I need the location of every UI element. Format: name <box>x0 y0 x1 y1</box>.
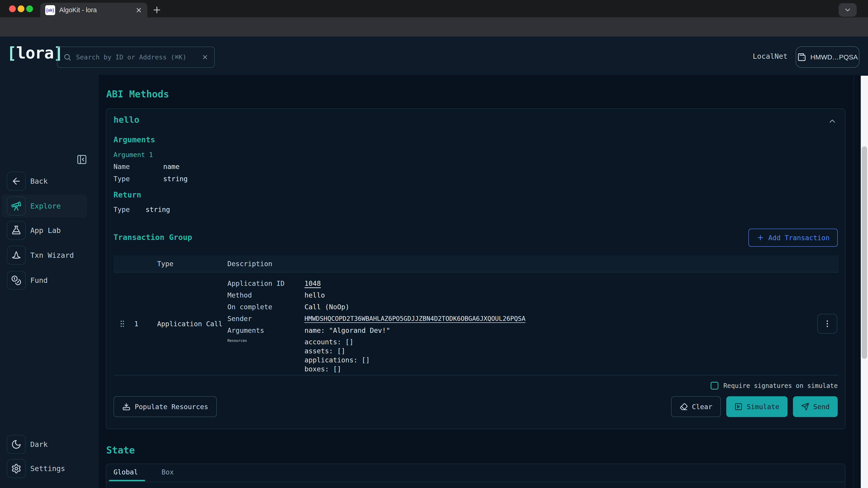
sidebar-item-explore[interactable]: Explore <box>0 197 99 216</box>
sidebar-item-settings[interactable]: Settings <box>0 459 99 478</box>
argument-key: name: <box>305 326 325 334</box>
search-clear-icon[interactable] <box>202 54 209 61</box>
tab-title: AlgoKit - lora <box>59 6 135 14</box>
arguments-row: Arguments name: "Algorand Dev!" <box>227 324 781 336</box>
column-description: Description <box>227 260 272 268</box>
table-header: Type Description <box>114 255 839 272</box>
search-input[interactable] <box>76 53 197 61</box>
tab-favicon: [ak] <box>45 5 55 15</box>
detail-label: Method <box>227 291 305 299</box>
require-signatures-checkbox[interactable] <box>711 382 718 390</box>
close-window-button[interactable] <box>9 5 16 12</box>
abi-method-card: hello Arguments Argument 1 Name name Typ… <box>106 108 845 429</box>
browser-tabstrip: [ak] AlgoKit - lora <box>0 0 868 18</box>
plus-icon <box>756 234 764 241</box>
sidebar-item-txn-wizard[interactable]: Txn Wizard <box>0 246 99 265</box>
table-row: 1 Application Call Application ID 1048 M… <box>114 272 839 376</box>
state-heading: State <box>106 445 135 456</box>
argument-name-row: Name name <box>114 163 180 170</box>
tab-global[interactable]: Global <box>114 468 138 476</box>
chevron-up-icon[interactable] <box>828 117 837 126</box>
moon-icon <box>7 435 26 454</box>
sidebar-item-label: Back <box>30 177 48 186</box>
row-value: string <box>163 175 188 183</box>
resource-assets: assets: [] <box>305 347 370 356</box>
detail-value: Call (NoOp) <box>305 303 349 311</box>
tabs-divider <box>106 482 845 482</box>
sidebar-collapse-icon[interactable] <box>76 154 87 165</box>
browser-toolbar: lora.algokit.io/localnet/application/104… <box>0 18 868 37</box>
method-row: Method hello <box>227 289 781 301</box>
global-search[interactable] <box>57 46 215 68</box>
app-id-link[interactable]: 1048 <box>305 280 321 287</box>
arguments-heading: Arguments <box>114 135 155 144</box>
require-signatures-label: Require signatures on simulate <box>723 382 838 390</box>
column-type: Type <box>157 260 174 268</box>
add-transaction-label: Add Transaction <box>768 234 830 242</box>
detail-label: Application ID <box>227 280 305 287</box>
app-id-row: Application ID 1048 <box>227 278 781 289</box>
populate-resources-label: Populate Resources <box>135 403 208 411</box>
row-transaction-type: Application Call <box>157 320 222 328</box>
gear-icon <box>7 459 26 478</box>
row-value: name <box>163 163 180 170</box>
flask-icon <box>7 221 26 240</box>
row-description: Application ID 1048 Method hello On comp… <box>227 278 781 374</box>
logo-bracket-left: [ <box>7 43 16 62</box>
argument-type-row: Type string <box>114 175 188 183</box>
lora-logo[interactable]: [lora] <box>7 43 63 62</box>
eraser-icon <box>680 402 688 411</box>
sidebar-item-label: Dark <box>30 440 48 449</box>
resource-boxes: boxes: [] <box>305 365 370 374</box>
scrollbar-thumb[interactable] <box>862 147 867 359</box>
wallet-button[interactable]: HMWD…PQSA <box>796 46 860 68</box>
resources-row: Resources accounts: [] assets: [] applic… <box>227 337 781 374</box>
send-label: Send <box>813 403 830 411</box>
drag-handle-icon[interactable] <box>118 320 127 328</box>
sidebar-item-app-lab[interactable]: App Lab <box>0 221 99 240</box>
maximize-window-button[interactable] <box>26 5 33 12</box>
clear-label: Clear <box>692 403 712 411</box>
play-square-icon <box>735 402 743 411</box>
add-transaction-button[interactable]: Add Transaction <box>748 229 838 247</box>
tab-close-icon[interactable] <box>135 6 143 14</box>
sidebar-item-label: Settings <box>30 464 65 473</box>
tab-search-chevron-icon[interactable] <box>839 3 857 17</box>
search-icon <box>63 53 71 61</box>
arrow-left-icon <box>7 172 26 191</box>
browser-tab[interactable]: [ak] AlgoKit - lora <box>40 3 147 18</box>
detail-label: On complete <box>227 303 305 311</box>
populate-resources-button[interactable]: Populate Resources <box>114 396 217 417</box>
sidebar-item-theme-dark[interactable]: Dark <box>0 435 99 454</box>
sidebar-item-fund[interactable]: Fund <box>0 271 99 290</box>
simulate-label: Simulate <box>747 403 779 411</box>
row-menu-button[interactable] <box>817 314 837 334</box>
row-label: Name <box>114 163 163 170</box>
network-label: LocalNet <box>753 52 787 61</box>
send-button[interactable]: Send <box>793 396 838 417</box>
argument1-label: Argument 1 <box>114 151 153 159</box>
argument-value: "Algorand Dev!" <box>329 326 390 334</box>
detail-value: hello <box>305 291 325 299</box>
sidebar-item-back[interactable]: Back <box>0 172 99 191</box>
row-label: Type <box>114 175 163 183</box>
page-title: ABI Methods <box>106 89 169 100</box>
wallet-address: HMWD…PQSA <box>810 53 858 61</box>
download-tray-icon <box>122 402 131 411</box>
minimize-window-button[interactable] <box>18 5 24 12</box>
on-complete-row: On complete Call (NoOp) <box>227 301 781 313</box>
row-label: Type <box>114 205 146 214</box>
transaction-group-heading: Transaction Group <box>114 233 192 242</box>
state-card: Global Box <box>106 464 845 488</box>
send-icon <box>801 402 809 411</box>
new-tab-icon[interactable] <box>152 5 162 15</box>
tab-box[interactable]: Box <box>161 468 174 476</box>
clear-button[interactable]: Clear <box>671 396 721 417</box>
resource-accounts: accounts: [] <box>305 337 370 347</box>
wallet-icon <box>797 53 806 62</box>
simulate-button[interactable]: Simulate <box>726 396 787 417</box>
row-index: 1 <box>134 320 138 328</box>
sender-address-link[interactable]: HMWDSHQCOPD2T36WBAHLAZ6PO5GDJJZBN4D2TODK… <box>305 315 526 322</box>
method-name: hello <box>114 115 139 125</box>
return-type-row: Type string <box>114 205 170 214</box>
